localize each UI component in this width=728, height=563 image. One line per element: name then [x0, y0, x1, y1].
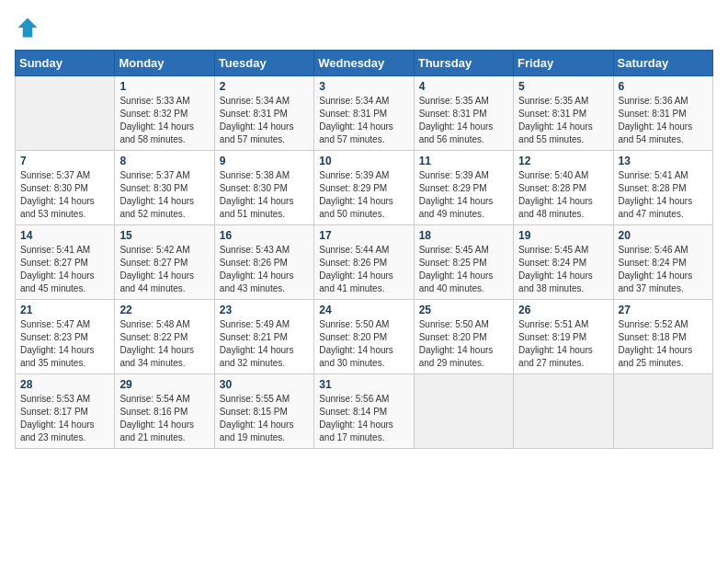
day-number: 5 [518, 80, 608, 93]
day-info: Sunrise: 5:45 AM Sunset: 8:25 PM Dayligh… [419, 244, 508, 295]
day-number: 27 [619, 304, 708, 316]
calendar-cell: 25Sunrise: 5:50 AM Sunset: 8:20 PM Dayli… [414, 300, 513, 374]
calendar-cell: 16Sunrise: 5:43 AM Sunset: 8:26 PM Dayli… [214, 225, 313, 300]
day-number: 1 [119, 80, 209, 93]
calendar-cell: 15Sunrise: 5:42 AM Sunset: 8:27 PM Dayli… [115, 225, 214, 300]
day-number: 11 [419, 155, 508, 167]
day-number: 19 [518, 229, 608, 242]
calendar-cell: 14Sunrise: 5:41 AM Sunset: 8:27 PM Dayli… [16, 225, 115, 300]
calendar-cell: 7Sunrise: 5:37 AM Sunset: 8:30 PM Daylig… [16, 151, 115, 225]
day-info: Sunrise: 5:33 AM Sunset: 8:32 PM Dayligh… [119, 95, 209, 146]
calendar-cell: 17Sunrise: 5:44 AM Sunset: 8:26 PM Dayli… [314, 225, 414, 300]
day-number: 13 [619, 155, 708, 167]
day-info: Sunrise: 5:38 AM Sunset: 8:30 PM Dayligh… [220, 169, 309, 221]
calendar-cell: 12Sunrise: 5:40 AM Sunset: 8:28 PM Dayli… [514, 151, 613, 225]
calendar-cell: 6Sunrise: 5:36 AM Sunset: 8:31 PM Daylig… [613, 76, 712, 151]
header-saturday: Saturday [613, 51, 712, 76]
day-info: Sunrise: 5:42 AM Sunset: 8:27 PM Dayligh… [119, 244, 209, 295]
calendar-cell [613, 374, 712, 449]
day-number: 4 [419, 80, 508, 93]
day-info: Sunrise: 5:39 AM Sunset: 8:29 PM Dayligh… [419, 169, 508, 221]
calendar-cell: 11Sunrise: 5:39 AM Sunset: 8:29 PM Dayli… [414, 151, 513, 225]
day-number: 6 [619, 80, 708, 93]
header-friday: Friday [514, 51, 613, 76]
day-info: Sunrise: 5:47 AM Sunset: 8:23 PM Dayligh… [20, 318, 109, 370]
calendar-cell: 3Sunrise: 5:34 AM Sunset: 8:31 PM Daylig… [314, 76, 414, 151]
day-info: Sunrise: 5:43 AM Sunset: 8:26 PM Dayligh… [220, 244, 309, 295]
week-row-4: 21Sunrise: 5:47 AM Sunset: 8:23 PM Dayli… [16, 300, 713, 374]
calendar-cell: 20Sunrise: 5:46 AM Sunset: 8:24 PM Dayli… [613, 225, 712, 300]
day-number: 22 [119, 304, 209, 316]
logo-icon [15, 15, 40, 40]
calendar-cell: 21Sunrise: 5:47 AM Sunset: 8:23 PM Dayli… [16, 300, 115, 374]
day-number: 10 [319, 155, 408, 167]
day-info: Sunrise: 5:53 AM Sunset: 8:17 PM Dayligh… [20, 393, 109, 444]
calendar-cell: 26Sunrise: 5:51 AM Sunset: 8:19 PM Dayli… [514, 300, 613, 374]
day-info: Sunrise: 5:40 AM Sunset: 8:28 PM Dayligh… [518, 169, 608, 221]
header-thursday: Thursday [414, 51, 513, 76]
day-number: 25 [419, 304, 508, 316]
calendar-cell: 8Sunrise: 5:37 AM Sunset: 8:30 PM Daylig… [115, 151, 214, 225]
day-info: Sunrise: 5:56 AM Sunset: 8:14 PM Dayligh… [319, 393, 408, 444]
day-info: Sunrise: 5:36 AM Sunset: 8:31 PM Dayligh… [619, 95, 708, 146]
day-number: 16 [220, 229, 309, 242]
calendar-cell: 9Sunrise: 5:38 AM Sunset: 8:30 PM Daylig… [214, 151, 313, 225]
calendar-cell: 30Sunrise: 5:55 AM Sunset: 8:15 PM Dayli… [214, 374, 313, 449]
day-info: Sunrise: 5:37 AM Sunset: 8:30 PM Dayligh… [20, 169, 109, 221]
calendar-cell: 19Sunrise: 5:45 AM Sunset: 8:24 PM Dayli… [514, 225, 613, 300]
day-number: 21 [20, 304, 109, 316]
day-number: 28 [20, 378, 109, 391]
svg-marker-0 [18, 18, 38, 38]
calendar-cell: 27Sunrise: 5:52 AM Sunset: 8:18 PM Dayli… [613, 300, 712, 374]
week-row-3: 14Sunrise: 5:41 AM Sunset: 8:27 PM Dayli… [16, 225, 713, 300]
calendar-cell: 29Sunrise: 5:54 AM Sunset: 8:16 PM Dayli… [115, 374, 214, 449]
day-info: Sunrise: 5:50 AM Sunset: 8:20 PM Dayligh… [319, 318, 408, 370]
day-info: Sunrise: 5:54 AM Sunset: 8:16 PM Dayligh… [119, 393, 209, 444]
day-info: Sunrise: 5:48 AM Sunset: 8:22 PM Dayligh… [119, 318, 209, 370]
day-info: Sunrise: 5:45 AM Sunset: 8:24 PM Dayligh… [518, 244, 608, 295]
calendar-header-row: SundayMondayTuesdayWednesdayThursdayFrid… [16, 51, 713, 76]
day-number: 20 [619, 229, 708, 242]
day-info: Sunrise: 5:51 AM Sunset: 8:19 PM Dayligh… [518, 318, 608, 370]
day-info: Sunrise: 5:41 AM Sunset: 8:27 PM Dayligh… [20, 244, 109, 295]
calendar-cell: 2Sunrise: 5:34 AM Sunset: 8:31 PM Daylig… [214, 76, 313, 151]
day-number: 29 [119, 378, 209, 391]
day-info: Sunrise: 5:41 AM Sunset: 8:28 PM Dayligh… [619, 169, 708, 221]
calendar-cell: 24Sunrise: 5:50 AM Sunset: 8:20 PM Dayli… [314, 300, 414, 374]
calendar-cell: 22Sunrise: 5:48 AM Sunset: 8:22 PM Dayli… [115, 300, 214, 374]
day-info: Sunrise: 5:49 AM Sunset: 8:21 PM Dayligh… [220, 318, 309, 370]
page-header [15, 15, 713, 40]
calendar-cell: 1Sunrise: 5:33 AM Sunset: 8:32 PM Daylig… [115, 76, 214, 151]
day-number: 7 [20, 155, 109, 167]
day-number: 23 [220, 304, 309, 316]
day-info: Sunrise: 5:52 AM Sunset: 8:18 PM Dayligh… [619, 318, 708, 370]
week-row-2: 7Sunrise: 5:37 AM Sunset: 8:30 PM Daylig… [16, 151, 713, 225]
calendar-cell: 10Sunrise: 5:39 AM Sunset: 8:29 PM Dayli… [314, 151, 414, 225]
day-info: Sunrise: 5:34 AM Sunset: 8:31 PM Dayligh… [319, 95, 408, 146]
day-info: Sunrise: 5:35 AM Sunset: 8:31 PM Dayligh… [419, 95, 508, 146]
day-number: 26 [518, 304, 608, 316]
calendar-cell: 18Sunrise: 5:45 AM Sunset: 8:25 PM Dayli… [414, 225, 513, 300]
calendar-cell: 28Sunrise: 5:53 AM Sunset: 8:17 PM Dayli… [16, 374, 115, 449]
calendar-cell: 5Sunrise: 5:35 AM Sunset: 8:31 PM Daylig… [514, 76, 613, 151]
day-info: Sunrise: 5:50 AM Sunset: 8:20 PM Dayligh… [419, 318, 508, 370]
day-number: 14 [20, 229, 109, 242]
logo [15, 15, 44, 40]
header-monday: Monday [115, 51, 214, 76]
day-number: 17 [319, 229, 408, 242]
day-number: 30 [220, 378, 309, 391]
day-info: Sunrise: 5:46 AM Sunset: 8:24 PM Dayligh… [619, 244, 708, 295]
day-number: 8 [119, 155, 209, 167]
week-row-5: 28Sunrise: 5:53 AM Sunset: 8:17 PM Dayli… [16, 374, 713, 449]
day-info: Sunrise: 5:34 AM Sunset: 8:31 PM Dayligh… [220, 95, 309, 146]
day-number: 9 [220, 155, 309, 167]
day-info: Sunrise: 5:37 AM Sunset: 8:30 PM Dayligh… [119, 169, 209, 221]
day-number: 2 [220, 80, 309, 93]
calendar-cell [514, 374, 613, 449]
calendar-cell: 31Sunrise: 5:56 AM Sunset: 8:14 PM Dayli… [314, 374, 414, 449]
header-wednesday: Wednesday [314, 51, 414, 76]
day-info: Sunrise: 5:35 AM Sunset: 8:31 PM Dayligh… [518, 95, 608, 146]
calendar-cell: 4Sunrise: 5:35 AM Sunset: 8:31 PM Daylig… [414, 76, 513, 151]
header-sunday: Sunday [16, 51, 115, 76]
calendar-cell [16, 76, 115, 151]
